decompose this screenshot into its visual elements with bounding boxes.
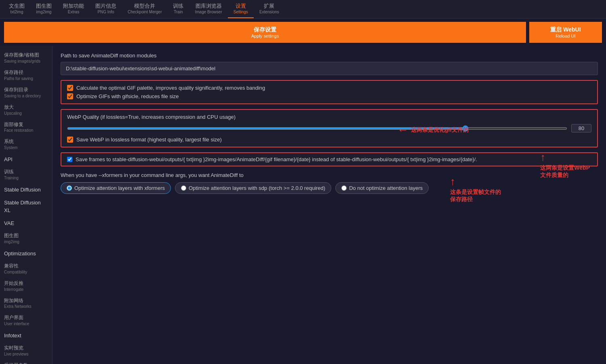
webp-section: WebP Quality (if lossless=True, increase…: [61, 109, 598, 147]
settings-content: Path to save AnimateDiff motion modules …: [53, 46, 606, 364]
sidebar: 保存图像/省格图 Saving images/grids 保存路径 Paths …: [0, 46, 53, 364]
sidebar-item-interrogate[interactable]: 开始反推 Interrogate: [0, 278, 52, 295]
checkbox-row-webp-lossless: Save WebP in lossless format (highest qu…: [67, 137, 591, 143]
radio-option-xformers[interactable]: Optimize attention layers with xformers: [61, 182, 171, 194]
sidebar-item-sampler-params[interactable]: 采样器参数 Sampler parameters: [0, 360, 52, 364]
radio-option-none[interactable]: Do not optimize attention layers: [335, 182, 429, 194]
path-label: Path to save AnimateDiff motion modules: [61, 53, 598, 59]
webp-quality-slider[interactable]: [67, 127, 567, 130]
radio-xformers[interactable]: [67, 185, 72, 191]
sidebar-item-img2img[interactable]: 图生图 img2img: [0, 230, 52, 247]
checkbox-row-gifsicle: Optimize GIFs with gifsicle, reduces fil…: [67, 93, 591, 99]
sidebar-item-user-interface[interactable]: 用户界面 User interface: [0, 312, 52, 329]
webp-quality-value[interactable]: 80: [571, 124, 591, 133]
radio-option-sdp[interactable]: Optimize attention layers with sdp (torc…: [175, 182, 331, 194]
radio-sdp[interactable]: [181, 185, 186, 191]
checkbox-gifsicle-label[interactable]: Optimize GIFs with gifsicle, reduces fil…: [76, 93, 179, 99]
nav-train[interactable]: 训练 Train: [167, 0, 189, 18]
checkbox-gifsicle[interactable]: [67, 93, 73, 99]
save-frames-row: Save frames to stable-diffusion-webui/ou…: [61, 152, 598, 166]
nav-settings[interactable]: 设置 Settings: [228, 0, 254, 18]
sidebar-item-stable-diffusion-xl[interactable]: Stable Diffusion XL: [0, 196, 52, 217]
nav-imagebrowser[interactable]: 图库浏览器 Image Browser: [189, 0, 227, 18]
sidebar-item-extra-networks[interactable]: 附加网络 Extra Networks: [0, 295, 52, 312]
action-bar: 保存设置 Apply settings 重启 WebUI Reload UI: [0, 19, 606, 46]
checkbox-palette-label[interactable]: Calculate the optimal GIF palette, impro…: [76, 85, 265, 91]
nav-extras[interactable]: 附加功能 Extras: [57, 0, 90, 18]
sidebar-item-compatibility[interactable]: 兼容性 Compatibility: [0, 260, 52, 278]
checkbox-palette[interactable]: [67, 85, 73, 91]
reload-ui-button[interactable]: 重启 WebUI Reload UI: [529, 22, 602, 43]
nav-pnginfo[interactable]: 图片信息 PNG Info: [90, 0, 122, 18]
sidebar-item-system[interactable]: 系统 System: [0, 136, 52, 153]
checkbox-row-palette: Calculate the optimal GIF palette, impro…: [67, 85, 591, 91]
sidebar-item-saving-dir[interactable]: 保存到目录 Saving to a directory: [0, 84, 52, 101]
checkbox-webp-label[interactable]: Save WebP in lossless format (highest qu…: [76, 137, 222, 143]
main-layout: 保存图像/省格图 Saving images/grids 保存路径 Paths …: [0, 46, 606, 364]
attention-label: When you have --xformers in your command…: [61, 172, 598, 178]
nav-img2img[interactable]: 图生图 img2img: [30, 0, 57, 18]
webp-title: WebP Quality (if lossless=True, increase…: [67, 114, 591, 120]
sidebar-item-infotext[interactable]: Infotext: [0, 329, 52, 342]
nav-txt2img[interactable]: 文生图 txt2img: [3, 0, 30, 18]
top-navigation: 文生图 txt2img 图生图 img2img 附加功能 Extras 图片信息…: [0, 0, 606, 19]
nav-checkpoint[interactable]: 模型合并 Checkpoint Merger: [122, 0, 167, 18]
slider-row: 80: [67, 124, 591, 133]
sidebar-item-paths-saving[interactable]: 保存路径 Paths for saving: [0, 67, 52, 84]
sidebar-item-face-restoration[interactable]: 面部修复 Face restoration: [0, 119, 52, 136]
sidebar-item-live-previews[interactable]: 实时预览 Live previews: [0, 342, 52, 360]
sidebar-item-upscaling[interactable]: 放大 Upscaling: [0, 101, 52, 119]
attention-row: Optimize attention layers with xformers …: [61, 182, 598, 194]
checkbox-save-frames[interactable]: [67, 157, 72, 162]
sidebar-item-saving-images[interactable]: 保存图像/省格图 Saving images/grids: [0, 49, 52, 67]
sidebar-item-optimizations[interactable]: Optimizations: [0, 247, 52, 260]
path-input[interactable]: [61, 62, 598, 75]
sidebar-item-stable-diffusion[interactable]: Stable Diffusion: [0, 183, 52, 196]
sidebar-item-vae[interactable]: VAE: [0, 217, 52, 230]
save-frames-label[interactable]: Save frames to stable-diffusion-webui/ou…: [76, 156, 477, 162]
nav-extensions[interactable]: 扩展 Extensions: [254, 0, 285, 18]
sidebar-item-training[interactable]: 训练 Training: [0, 166, 52, 183]
gif-options-group: Calculate the optimal GIF palette, impro…: [61, 80, 598, 104]
checkbox-webp-lossless[interactable]: [67, 137, 73, 143]
sidebar-item-api[interactable]: API: [0, 153, 52, 166]
radio-none[interactable]: [341, 185, 347, 191]
apply-settings-button[interactable]: 保存设置 Apply settings: [4, 22, 526, 43]
